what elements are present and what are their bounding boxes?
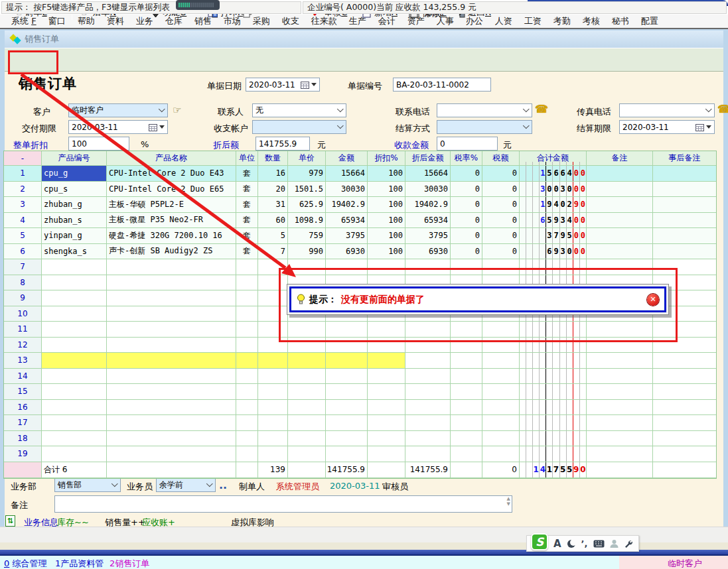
grid-cell-no[interactable]: 18 xyxy=(4,431,42,446)
user-icon[interactable] xyxy=(610,539,619,548)
menu-item[interactable]: 秘书 xyxy=(606,14,635,29)
grid-cell-name[interactable] xyxy=(107,306,236,322)
grid-row[interactable]: 13 xyxy=(4,353,716,369)
fax-combo[interactable] xyxy=(619,103,715,117)
grid-cell-post_remark[interactable] xyxy=(653,431,716,446)
grid-row[interactable]: 16 xyxy=(4,400,716,416)
grid-cell-disc_amount[interactable] xyxy=(405,384,451,399)
grid-cell-name[interactable] xyxy=(107,384,236,399)
grid-cell-unit[interactable] xyxy=(236,400,258,415)
grid-cell-tax[interactable] xyxy=(482,415,520,430)
grid-cell-code[interactable] xyxy=(42,353,107,368)
grid-cell-price[interactable] xyxy=(288,400,326,415)
grid-cell-remark[interactable] xyxy=(587,322,653,337)
grid-cell-name[interactable] xyxy=(107,415,236,430)
grid-cell-price[interactable]: 625.9 xyxy=(288,197,326,212)
order-discount-input[interactable]: 100 xyxy=(68,137,129,151)
clerk-combo[interactable]: 余学前 xyxy=(156,477,216,492)
grid-cell-unit[interactable] xyxy=(236,322,258,337)
grid-cell-qty[interactable]: 60 xyxy=(258,213,288,228)
grid-cell-no[interactable]: 15 xyxy=(4,384,42,399)
grid-cell-remark[interactable] xyxy=(587,244,653,259)
menu-item[interactable]: 考核 xyxy=(577,14,606,29)
grid-cell-tax_rate[interactable] xyxy=(451,415,482,430)
grid-cell-discount[interactable]: 100 xyxy=(368,182,405,197)
grid-cell-tax_rate[interactable] xyxy=(451,353,482,368)
grid-row[interactable]: 3zhuban_g主板-华硕 P5PL2-E套31625.919402.9100… xyxy=(4,197,716,213)
grid-cell-amount[interactable]: 6930 xyxy=(326,244,368,259)
grid-cell-discount[interactable] xyxy=(368,353,405,368)
grid-cell-qty[interactable]: 16 xyxy=(258,166,288,181)
grid-cell-tax_rate[interactable]: 0 xyxy=(451,213,482,228)
doc-date-field[interactable]: 2020-03-11 xyxy=(246,78,320,92)
menu-item[interactable]: 收支 xyxy=(276,14,305,29)
grid-cell-price[interactable]: 979 xyxy=(288,166,326,181)
grid-cell-code[interactable]: zhuban_g xyxy=(42,197,107,212)
grid-cell-remark[interactable] xyxy=(587,369,653,384)
grid-cell-no[interactable]: 14 xyxy=(4,369,42,384)
grid-cell-post_remark[interactable] xyxy=(653,197,716,212)
grid-cell-disc_amount[interactable] xyxy=(405,369,451,384)
grid-cell-tax_rate[interactable]: 0 xyxy=(451,228,482,243)
doc-no-input[interactable]: BA-20-03-11-0002 xyxy=(393,78,491,92)
grid-cell-tax[interactable]: 0 xyxy=(482,197,520,212)
grid-cell-total[interactable]: 379500 xyxy=(520,228,587,243)
grid-cell-code[interactable] xyxy=(42,290,107,306)
grid-cell-unit[interactable] xyxy=(236,338,258,353)
grid-cell-post_remark[interactable] xyxy=(653,369,716,384)
grid-cell-qty[interactable] xyxy=(258,415,288,430)
grid-cell-remark[interactable] xyxy=(587,213,653,228)
phone-combo[interactable] xyxy=(437,103,532,117)
grid-cell-total[interactable]: 6593400 xyxy=(520,213,587,228)
grid-cell-name[interactable] xyxy=(107,446,236,462)
grid-row[interactable]: 7 xyxy=(4,259,716,275)
grid-cell-discount[interactable] xyxy=(368,369,405,384)
grid-cell-name[interactable] xyxy=(107,400,236,415)
grid-cell-name[interactable]: CPU-Intel Core 2 Duo E65 xyxy=(107,182,236,197)
settle-date-field[interactable]: 2020-03-11 xyxy=(619,120,715,134)
grid-cell-amount[interactable] xyxy=(326,338,368,353)
grid-cell-discount[interactable] xyxy=(368,431,405,446)
grid-cell-disc_amount[interactable]: 30030 xyxy=(405,182,451,197)
grid-cell-tax[interactable] xyxy=(482,259,520,275)
grid-cell-tax_rate[interactable]: 0 xyxy=(451,166,482,181)
grid-cell-qty[interactable] xyxy=(258,431,288,446)
grid-cell-post_remark[interactable] xyxy=(653,415,716,430)
grid-cell-remark[interactable] xyxy=(587,446,653,462)
grid-cell-unit[interactable] xyxy=(236,275,258,290)
grid-cell-name[interactable] xyxy=(107,431,236,446)
grid-cell-total[interactable] xyxy=(520,369,587,384)
grid-cell-price[interactable] xyxy=(288,384,326,399)
grid-cell-remark[interactable] xyxy=(587,353,653,368)
grid-cell-amount[interactable]: 65934 xyxy=(326,213,368,228)
grid-cell-total[interactable]: 1940290 xyxy=(520,197,587,212)
keyboard-icon[interactable] xyxy=(593,540,605,548)
grid-cell-no[interactable]: 10 xyxy=(4,306,42,322)
grid-cell-name[interactable] xyxy=(107,353,236,368)
grid-cell-total[interactable] xyxy=(520,322,587,337)
grid-cell-remark[interactable] xyxy=(587,338,653,353)
grid-cell-unit[interactable] xyxy=(236,259,258,275)
grid-cell-total[interactable]: 3003000 xyxy=(520,182,587,197)
grid-cell-tax[interactable]: 0 xyxy=(482,228,520,243)
grid-cell-no[interactable]: 11 xyxy=(4,322,42,337)
grid-cell-discount[interactable] xyxy=(368,259,405,275)
settle-method-combo[interactable] xyxy=(437,120,532,134)
grid-cell-qty[interactable] xyxy=(258,446,288,462)
grid-cell-code[interactable]: shengka_s xyxy=(42,244,107,259)
grid-cell-no[interactable]: 3 xyxy=(4,197,42,212)
grid-cell-unit[interactable]: 套 xyxy=(236,166,258,181)
grid-cell-discount[interactable]: 100 xyxy=(368,228,405,243)
grid-cell-discount[interactable] xyxy=(368,322,405,337)
grid-cell-amount[interactable] xyxy=(326,369,368,384)
grid-cell-remark[interactable] xyxy=(587,197,653,212)
grid-cell-price[interactable] xyxy=(288,369,326,384)
grid-cell-qty[interactable] xyxy=(258,353,288,368)
delivery-date-field[interactable]: 2020-03-11 xyxy=(68,120,168,134)
taskbar-tab[interactable]: 1产品资料管 xyxy=(55,558,104,569)
grid-cell-amount[interactable] xyxy=(326,353,368,368)
grid-row[interactable]: 18 xyxy=(4,431,716,447)
grid-cell-qty[interactable] xyxy=(258,306,288,322)
grid-cell-code[interactable] xyxy=(42,400,107,415)
grid-cell-qty[interactable] xyxy=(258,275,288,290)
